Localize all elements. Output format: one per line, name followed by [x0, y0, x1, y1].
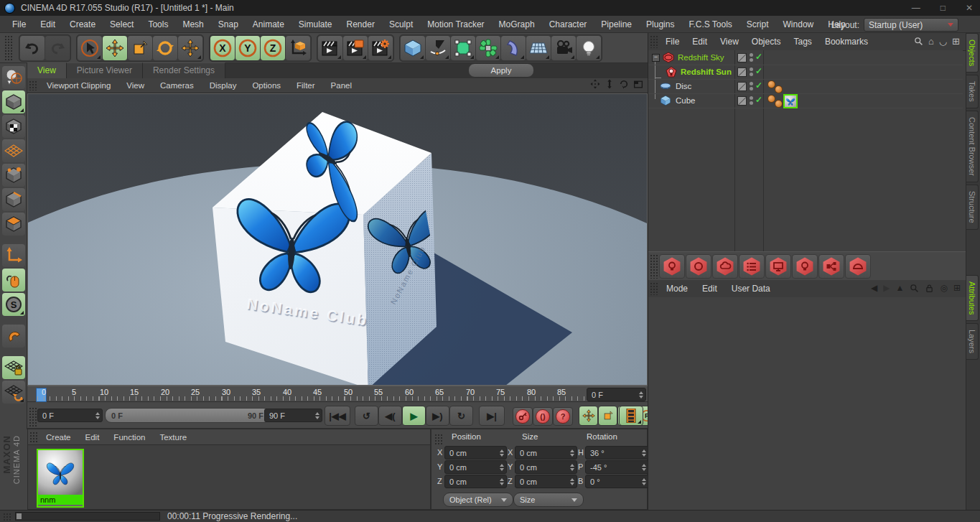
rotate-tool[interactable]: [153, 36, 177, 60]
current-frame-field[interactable]: 0 F: [37, 409, 103, 422]
render-settings-button[interactable]: [368, 36, 393, 60]
close-button[interactable]: ✕: [966, 3, 973, 13]
menu-render[interactable]: Render: [340, 17, 381, 32]
side-tab-attributes[interactable]: Attributes: [966, 275, 979, 321]
om-menu-edit[interactable]: Edit: [686, 34, 714, 49]
rs-object-tag[interactable]: [767, 95, 775, 103]
om-menu-view[interactable]: View: [714, 34, 745, 49]
transport-grip[interactable]: [29, 407, 37, 427]
z-axis-lock[interactable]: Z: [261, 36, 285, 60]
rs-object-tag[interactable]: [775, 100, 783, 108]
rotation-b-field[interactable]: 0 °: [585, 475, 649, 488]
menu-motion-tracker[interactable]: Motion Tracker: [421, 17, 490, 32]
object-name[interactable]: Disc: [676, 82, 691, 90]
render-view-button[interactable]: [318, 36, 342, 60]
add-cube-object[interactable]: [401, 36, 425, 60]
tweak-mode-button[interactable]: [2, 269, 25, 292]
rs-environment-button[interactable]: [712, 254, 738, 279]
rs-object-tag[interactable]: [775, 85, 783, 93]
mm-menu-create[interactable]: Create: [39, 431, 78, 444]
rotation-h-field[interactable]: 36 °: [585, 446, 649, 460]
redshift-toolbar-grip[interactable]: [650, 254, 658, 279]
move-tool[interactable]: [103, 36, 127, 60]
object-name[interactable]: Cube: [676, 96, 696, 105]
om-menu-bookmarks[interactable]: Bookmarks: [818, 34, 874, 49]
points-mode-button[interactable]: [2, 164, 25, 187]
tab-picture-viewer[interactable]: Picture Viewer: [67, 62, 143, 78]
history-forward-icon[interactable]: ▶: [883, 283, 890, 293]
om-menu-file[interactable]: File: [659, 34, 686, 49]
vp-menu-display[interactable]: Display: [202, 79, 244, 92]
coords-grip[interactable]: [434, 434, 442, 445]
om-menu-tags[interactable]: Tags: [788, 34, 818, 49]
object-manager-grip[interactable]: [650, 35, 658, 48]
layout-dropdown[interactable]: Startup (User): [864, 18, 958, 32]
menu-create[interactable]: Create: [63, 17, 102, 32]
spline-pen-tool[interactable]: [426, 36, 450, 60]
apply-button[interactable]: Apply: [468, 63, 534, 78]
timeline-mode-button[interactable]: [619, 406, 643, 426]
visibility-dot-editor[interactable]: [750, 67, 753, 71]
menu-pipeline[interactable]: Pipeline: [594, 17, 638, 32]
target-icon[interactable]: ◎: [940, 283, 947, 293]
model-mode-button[interactable]: [2, 90, 25, 113]
vp-menu-filter[interactable]: Filter: [289, 79, 322, 92]
keyframe-selection-button[interactable]: ?: [553, 407, 573, 426]
make-editable-button[interactable]: [2, 66, 25, 89]
vp-menu-cameras[interactable]: Cameras: [153, 79, 201, 92]
vp-menu-options[interactable]: Options: [245, 79, 288, 92]
viewport-3d-scene[interactable]: NoName Club NoName Club: [27, 93, 648, 386]
visibility-dot-editor[interactable]: [750, 96, 753, 100]
magnet-tool-button[interactable]: [2, 325, 25, 348]
snap-settings-button[interactable]: S: [2, 293, 25, 316]
goto-end-button[interactable]: ▶|: [479, 406, 505, 426]
side-tab-objects[interactable]: Objects: [966, 33, 979, 73]
position-x-field[interactable]: 0 cm: [444, 446, 507, 460]
position-z-field[interactable]: 0 cm: [444, 475, 507, 488]
parent-object-icon[interactable]: ▲: [896, 283, 905, 293]
autokey-button[interactable]: (): [533, 407, 553, 426]
am-menu-user-data[interactable]: User Data: [724, 281, 778, 296]
live-selection-tool[interactable]: [78, 36, 102, 60]
edges-mode-button[interactable]: [2, 188, 25, 211]
previous-frame-button[interactable]: ◀(: [378, 406, 402, 426]
menu-fcs-tools[interactable]: F.C.S Tools: [682, 17, 738, 32]
toolbar-grip[interactable]: [4, 35, 12, 60]
object-row-redshift-sky[interactable]: − Redshift Sky ✓: [648, 50, 963, 65]
minimize-button[interactable]: —: [912, 3, 920, 13]
size-z-field[interactable]: 0 cm: [515, 475, 577, 488]
am-menu-mode[interactable]: Mode: [659, 281, 695, 296]
loop-button[interactable]: ↻: [449, 406, 473, 426]
coordinate-mode-dropdown[interactable]: Object (Rel): [443, 493, 513, 507]
size-y-field[interactable]: 0 cm: [515, 460, 577, 474]
x-axis-lock[interactable]: X: [210, 36, 235, 60]
environment-floor-tool[interactable]: [526, 36, 551, 60]
workplane-mode-button[interactable]: [2, 139, 25, 162]
end-frame-field[interactable]: 90 F: [264, 409, 322, 422]
rs-light-button[interactable]: [659, 254, 685, 279]
rotation-p-field[interactable]: -45 °: [585, 460, 649, 474]
rs-render-settings-button[interactable]: [739, 254, 765, 279]
side-tab-takes[interactable]: Takes: [966, 75, 979, 108]
object-row-cube[interactable]: Cube ✓: [648, 93, 963, 108]
light-tool[interactable]: [577, 36, 601, 60]
tab-view[interactable]: View: [27, 62, 67, 78]
play-button[interactable]: ▶: [402, 406, 426, 426]
menu-script[interactable]: Script: [740, 17, 775, 32]
mograph-tool[interactable]: [476, 36, 500, 60]
menu-select[interactable]: Select: [103, 17, 140, 32]
layer-swatch[interactable]: [737, 53, 747, 62]
object-row-disc[interactable]: Disc ✓: [648, 79, 963, 94]
menu-animate[interactable]: Animate: [246, 17, 291, 32]
spinner-icon[interactable]: [315, 412, 319, 419]
viewport-zoom-icon[interactable]: [605, 79, 615, 89]
vp-menu-panel[interactable]: Panel: [324, 79, 359, 92]
menu-sculpt[interactable]: Sculpt: [383, 17, 419, 32]
material-thumbnail[interactable]: nnm: [37, 449, 84, 508]
viewport-menu-grip[interactable]: [29, 80, 37, 90]
path-icon[interactable]: ◡: [939, 36, 947, 47]
undo-button[interactable]: [20, 36, 45, 60]
position-y-field[interactable]: 0 cm: [444, 460, 507, 474]
key-scale-toggle[interactable]: [598, 406, 617, 426]
scale-tool[interactable]: [128, 36, 152, 60]
